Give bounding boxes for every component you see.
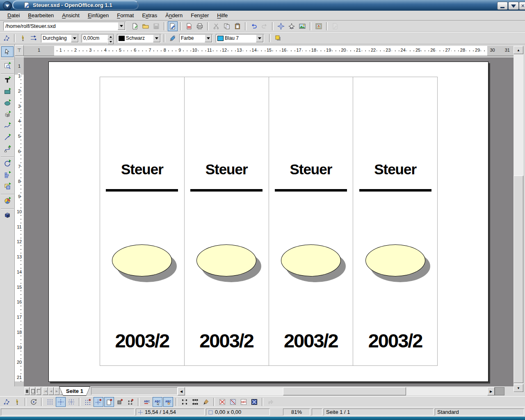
large-handles-button[interactable] <box>190 397 200 407</box>
@menu-item[interactable]: Format <box>113 11 138 20</box>
label-year-text[interactable]: 2003/2 <box>269 329 353 352</box>
undo-button[interactable] <box>249 21 259 31</box>
line-color-dropdown[interactable] <box>153 34 160 42</box>
@menu-item[interactable]: Fenster <box>187 11 213 20</box>
open-file-button[interactable] <box>141 21 151 31</box>
save-document-button[interactable] <box>151 21 161 31</box>
@menu-item[interactable]: Bearbeiten <box>24 11 58 20</box>
status-zoom-cell[interactable]: 81% <box>283 409 310 415</box>
url-input[interactable] <box>4 23 117 29</box>
label-rule-line[interactable] <box>106 189 178 192</box>
rotate-tool-button[interactable] <box>1 158 14 169</box>
vertical-ruler[interactable]: 1 123456789101112131415161718192021 <box>15 57 24 386</box>
minimize-button[interactable] <box>497 2 508 10</box>
ruler-origin-button[interactable]: ⊤ <box>15 45 24 56</box>
label-title-text[interactable]: Steuer <box>100 161 184 178</box>
navigator-button[interactable] <box>276 21 286 31</box>
snap-to-page-margins-button[interactable] <box>104 397 114 407</box>
maximize-button[interactable] <box>508 2 519 10</box>
scroll-right-button[interactable]: ▶ <box>487 387 495 395</box>
label-year-text[interactable]: 2003/2 <box>353 329 437 352</box>
snap-to-object-points-button[interactable] <box>126 397 135 407</box>
contour-mode-button[interactable] <box>228 397 238 407</box>
hyperlink-gallery-button[interactable] <box>314 21 324 31</box>
h-scrollbar-thumb[interactable] <box>283 387 406 395</box>
@menu-item[interactable]: Ansicht <box>58 11 84 20</box>
label-title-text[interactable]: Steuer <box>185 161 269 178</box>
insert-tool-button[interactable] <box>1 196 14 206</box>
arrange-tool-button[interactable] <box>1 181 14 192</box>
text-placeholders-button[interactable]: ABC <box>239 397 249 407</box>
scroll-up-button[interactable]: ▲ <box>514 46 523 54</box>
modify-object-with-attributes-button[interactable] <box>201 397 211 407</box>
new-document-button[interactable] <box>130 21 140 31</box>
line-tool-button[interactable] <box>18 33 28 43</box>
horizontal-ruler[interactable]: 1 12345678910111213141516171819202122232… <box>24 46 514 56</box>
line-style-combobox[interactable]: Durchgäng <box>41 34 79 43</box>
label-title-text[interactable]: Steuer <box>353 161 437 178</box>
window-menu-button[interactable] <box>3 1 12 10</box>
export-pdf-button[interactable] <box>184 21 194 31</box>
spin-down-button[interactable] <box>107 39 114 44</box>
exit-all-groups-button[interactable] <box>266 397 276 407</box>
copy-button[interactable] <box>222 21 232 31</box>
snap-to-snap-lines-button[interactable] <box>94 397 103 407</box>
fill-color-combobox[interactable]: Blau 7 <box>216 34 264 43</box>
label-column[interactable]: Steuer 2003/2 <box>184 77 269 366</box>
view-mode-button-3[interactable] <box>36 387 41 395</box>
fill-style-dropdown[interactable] <box>205 34 212 42</box>
line-style-dropdown[interactable] <box>71 34 78 42</box>
ellipse-shape[interactable] <box>281 244 341 276</box>
load-url-combobox[interactable] <box>3 22 126 31</box>
ellipse-shape[interactable] <box>365 244 425 276</box>
label-title-text[interactable]: Steuer <box>269 161 353 178</box>
line-contour-only-button[interactable] <box>249 397 259 407</box>
line-width-input[interactable] <box>82 34 107 42</box>
@menu-item[interactable]: Datei <box>3 11 24 20</box>
label-rule-line[interactable] <box>275 189 347 192</box>
print-file-button[interactable] <box>195 21 205 31</box>
connector-tool-button[interactable] <box>1 144 14 155</box>
snap-to-grid-button[interactable] <box>83 397 93 407</box>
label-ellipse[interactable] <box>281 244 341 276</box>
zoom-button[interactable] <box>287 21 297 31</box>
gallery-button[interactable] <box>297 21 307 31</box>
rectangle-tool-button[interactable] <box>1 87 14 97</box>
show-grid-button[interactable] <box>45 397 55 407</box>
redo-button[interactable] <box>260 21 269 31</box>
@menu-item[interactable]: Hilfe <box>213 11 232 20</box>
label-column[interactable]: Steuer 2003/2 <box>100 77 185 366</box>
edit-points-button[interactable] <box>2 33 11 43</box>
label-column[interactable]: Steuer 2003/2 <box>353 77 438 366</box>
view-mode-button-1[interactable] <box>25 387 30 395</box>
@menu-item[interactable]: Einfügen <box>84 11 113 20</box>
page[interactable]: Steuer 2003/2 Steuer 2003/2 <box>48 62 488 382</box>
allow-quick-editing-button[interactable]: ABC <box>142 397 152 407</box>
v-scrollbar-thumb[interactable] <box>514 176 523 383</box>
page-tab[interactable]: Seite 1 <box>59 386 90 396</box>
double-click-to-edit-text-button[interactable]: ABC <box>163 397 173 407</box>
edit-file-button[interactable] <box>168 21 178 31</box>
edit-points-button[interactable] <box>2 397 11 407</box>
label-ellipse[interactable] <box>112 244 172 276</box>
@menu-item[interactable]: Ändern <box>161 11 187 20</box>
fill-tool-button[interactable] <box>168 33 178 43</box>
ellipse-tool-button[interactable] <box>1 98 14 109</box>
text-tool-button[interactable] <box>1 75 14 86</box>
simple-handles-button[interactable] <box>180 397 189 407</box>
@menu-item[interactable]: Extras <box>138 11 161 20</box>
3d-objects-tool-button[interactable] <box>1 110 14 120</box>
ellipse-shape[interactable] <box>196 244 256 276</box>
rotation-mode-button[interactable] <box>29 397 39 407</box>
alignment-tool-button[interactable] <box>1 170 14 180</box>
vertical-scrollbar[interactable]: ▲ ▼ <box>514 46 523 393</box>
zoom-tool-button[interactable] <box>1 61 14 71</box>
view-mode-button-2[interactable] <box>30 387 35 395</box>
url-dropdown-button[interactable] <box>118 22 125 30</box>
h-scrollbar-track[interactable] <box>185 387 487 395</box>
fill-style-combobox[interactable]: Farbe <box>179 34 213 43</box>
lines-arrows-tool-button[interactable] <box>1 132 14 143</box>
close-button[interactable]: ✕ <box>519 2 525 10</box>
arrow-style-button[interactable] <box>29 33 39 43</box>
label-rule-line[interactable] <box>190 189 262 192</box>
